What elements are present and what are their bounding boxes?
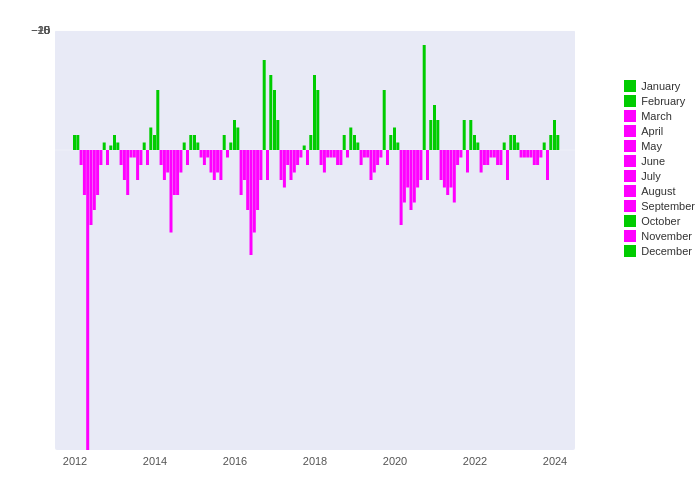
svg-rect-142 — [543, 143, 546, 151]
svg-rect-111 — [440, 150, 443, 180]
svg-rect-128 — [496, 150, 499, 165]
svg-rect-140 — [536, 150, 539, 165]
svg-rect-100 — [403, 150, 406, 203]
svg-rect-5 — [86, 150, 89, 450]
svg-rect-120 — [469, 120, 472, 150]
legend-item-december: December — [624, 245, 695, 257]
svg-rect-84 — [349, 128, 352, 151]
svg-rect-28 — [163, 150, 166, 180]
svg-rect-91 — [373, 150, 376, 173]
chart-container: 5 0 −5 −10 −15 −20 — [0, 0, 700, 500]
x-label-2012: 2012 — [63, 455, 87, 467]
legend-color-may — [624, 140, 636, 152]
legend-label-june: June — [641, 155, 665, 167]
svg-rect-98 — [396, 143, 399, 151]
svg-rect-135 — [520, 150, 523, 158]
svg-rect-23 — [146, 150, 149, 165]
svg-rect-116 — [456, 150, 459, 165]
svg-rect-59 — [266, 150, 269, 180]
svg-rect-30 — [170, 150, 173, 233]
svg-rect-87 — [360, 150, 363, 165]
svg-rect-73 — [313, 75, 316, 150]
legend-item-august: August — [624, 185, 695, 197]
svg-rect-37 — [193, 135, 196, 150]
svg-rect-134 — [516, 143, 519, 151]
svg-rect-90 — [370, 150, 373, 180]
svg-rect-24 — [149, 128, 152, 151]
legend-label-may: May — [641, 140, 662, 152]
svg-rect-53 — [246, 150, 249, 210]
legend-label-october: October — [641, 215, 680, 227]
svg-rect-119 — [466, 150, 469, 173]
svg-rect-49 — [233, 120, 236, 150]
legend-label-april: April — [641, 125, 663, 137]
svg-rect-62 — [276, 120, 279, 150]
legend-item-july: July — [624, 170, 695, 182]
legend-label-november: November — [641, 230, 692, 242]
chart-plot-area — [55, 30, 575, 450]
svg-rect-129 — [499, 150, 502, 165]
svg-rect-39 — [200, 150, 203, 158]
legend-item-september: September — [624, 200, 695, 212]
legend-item-february: February — [624, 95, 695, 107]
legend-color-november — [624, 230, 636, 242]
svg-rect-85 — [353, 135, 356, 150]
x-axis: 2012 2014 2016 2018 2020 2022 2024 — [55, 450, 575, 470]
svg-rect-141 — [539, 150, 542, 158]
x-label-2024: 2024 — [543, 455, 567, 467]
svg-rect-17 — [126, 150, 129, 195]
svg-rect-123 — [480, 150, 483, 173]
svg-rect-6 — [90, 150, 93, 225]
svg-rect-19 — [133, 150, 136, 158]
svg-rect-65 — [286, 150, 289, 165]
svg-rect-68 — [296, 150, 299, 165]
chart-legend: January February March April May June Ju… — [624, 80, 695, 257]
legend-color-march — [624, 110, 636, 122]
legend-color-july — [624, 170, 636, 182]
x-label-2020: 2020 — [383, 455, 407, 467]
svg-rect-127 — [493, 150, 496, 158]
legend-color-september — [624, 200, 636, 212]
legend-color-january — [624, 80, 636, 92]
svg-rect-7 — [93, 150, 96, 210]
svg-rect-74 — [316, 90, 319, 150]
svg-rect-2 — [76, 135, 79, 150]
svg-rect-118 — [463, 120, 466, 150]
svg-rect-45 — [219, 150, 222, 180]
svg-rect-66 — [290, 150, 293, 180]
svg-rect-56 — [256, 150, 259, 210]
legend-label-january: January — [641, 80, 680, 92]
legend-color-october — [624, 215, 636, 227]
svg-rect-21 — [139, 150, 142, 165]
svg-rect-105 — [419, 150, 422, 180]
svg-rect-42 — [210, 150, 213, 173]
svg-rect-3 — [80, 150, 83, 165]
svg-rect-94 — [383, 90, 386, 150]
legend-color-august — [624, 185, 636, 197]
svg-rect-31 — [173, 150, 176, 195]
svg-rect-61 — [273, 90, 276, 150]
svg-rect-89 — [366, 150, 369, 158]
svg-rect-137 — [526, 150, 529, 158]
legend-item-may: May — [624, 140, 695, 152]
svg-rect-106 — [423, 45, 426, 150]
bars-svg — [55, 30, 575, 450]
svg-rect-32 — [176, 150, 179, 195]
x-label-2022: 2022 — [463, 455, 487, 467]
svg-rect-46 — [223, 135, 226, 150]
svg-rect-126 — [490, 150, 493, 158]
legend-color-february — [624, 95, 636, 107]
svg-rect-71 — [306, 150, 309, 165]
svg-rect-130 — [503, 143, 506, 151]
svg-rect-29 — [166, 150, 169, 173]
svg-rect-54 — [250, 150, 253, 255]
svg-rect-143 — [546, 150, 549, 180]
legend-item-november: November — [624, 230, 695, 242]
svg-rect-60 — [269, 75, 272, 150]
legend-color-april — [624, 125, 636, 137]
legend-item-april: April — [624, 125, 695, 137]
legend-item-october: October — [624, 215, 695, 227]
svg-rect-55 — [253, 150, 256, 233]
svg-rect-82 — [343, 135, 346, 150]
svg-rect-14 — [116, 143, 119, 151]
